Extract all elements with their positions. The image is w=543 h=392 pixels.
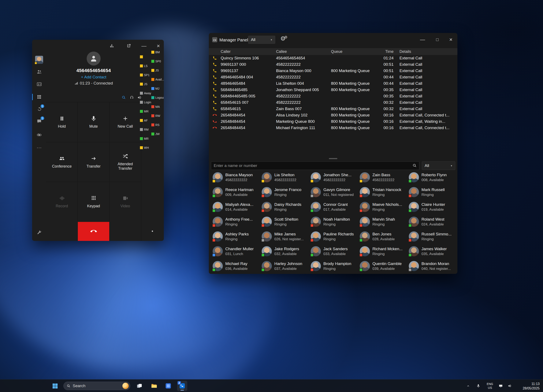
tray-mic-icon[interactable] — [475, 382, 482, 389]
call-row[interactable]: 568484465485 0054582222222200:35External… — [209, 93, 457, 99]
sidebar-item-chat[interactable]: 1 — [32, 116, 46, 126]
presence-item[interactable]: JS — [151, 68, 159, 72]
task-view-button[interactable] — [134, 381, 145, 391]
contact-card[interactable]: Chandler Muller031, Lunch — [210, 244, 260, 259]
contact-card[interactable]: Jake Rodgers032, Available — [260, 244, 309, 259]
contact-card[interactable]: Brandon Moran040, Not register... — [407, 259, 456, 274]
sidebar-item-contacts[interactable] — [32, 67, 46, 77]
presence-item[interactable]: SP1 — [140, 73, 149, 77]
presence-item[interactable]: Avail... — [151, 78, 164, 81]
sidebar-item-dialpad[interactable] — [32, 92, 46, 102]
presence-item[interactable] — [140, 55, 144, 59]
contact-card[interactable]: Bianca Mayson45822222222 — [210, 170, 260, 185]
call-row[interactable]: 99691137 0004582222222200:51External Cal… — [209, 61, 457, 68]
contact-card[interactable]: Michael Ray036, Available — [210, 259, 260, 274]
contact-card[interactable]: Mike James026, Not register... — [260, 229, 309, 244]
call-row[interactable]: 26548484454Alisa Lindsey 102800 Marketin… — [209, 112, 457, 118]
contact-card[interactable]: Quentin Gamble039, Available — [358, 259, 407, 274]
hidden-icons-chevron[interactable] — [464, 382, 472, 389]
call-row[interactable]: 48946465484Lia Shelton 004800 Marketing … — [209, 80, 457, 87]
contact-card[interactable]: Roberto Flynn008, Available — [407, 170, 456, 185]
settings-gears-icon[interactable]: ⚙⚙ — [280, 35, 288, 42]
user-avatar[interactable] — [35, 56, 43, 64]
contact-card[interactable]: Roland West024, Available — [407, 214, 456, 229]
contact-card[interactable]: Anthony Free...Ringing — [210, 214, 260, 229]
contact-card[interactable]: Daisy RichardsRinging — [260, 200, 309, 214]
presence-item[interactable]: BM — [151, 50, 160, 54]
contact-card[interactable]: Harley Johnson037, Available — [260, 259, 309, 274]
presence-item[interactable]: RM — [140, 128, 149, 131]
close-icon[interactable]: × — [155, 42, 162, 50]
taskbar-search[interactable]: Search — [63, 382, 130, 390]
call-row[interactable]: Quincy Simmons 106456465465465401:24Exte… — [209, 55, 457, 61]
presence-item[interactable]: JS — [140, 82, 147, 86]
contact-card[interactable]: Russell Simmo...Ringing — [407, 229, 456, 244]
hangup-button[interactable] — [78, 222, 109, 241]
presence-item[interactable]: LS — [140, 64, 147, 68]
contact-card[interactable]: Lia Shelton45822222222 — [260, 170, 309, 185]
add-contact-link[interactable]: + Add Contact — [46, 75, 141, 79]
presence-item[interactable]: Login — [140, 100, 151, 104]
contact-card[interactable]: Ben Jones028, Available — [358, 229, 407, 244]
contact-card[interactable]: Noah HamiltonRinging — [309, 214, 358, 229]
contact-card[interactable]: Claire Hunter019, Available — [407, 200, 456, 214]
call-row[interactable]: 99691137Bianca Mayson 000800 Marketing Q… — [209, 68, 457, 74]
file-explorer-button[interactable] — [149, 381, 159, 391]
contact-card[interactable]: Jerome FrancoRinging — [260, 185, 309, 200]
more-options-icon[interactable]: ··· — [32, 143, 46, 152]
mute-button[interactable]: Mute — [78, 102, 109, 142]
contact-card[interactable]: Reece Hartman009, Available — [210, 185, 260, 200]
presence-item[interactable]: WH — [140, 146, 149, 150]
presence-item[interactable]: Logout — [151, 96, 164, 100]
presence-item[interactable]: MR — [140, 137, 149, 140]
contact-card[interactable]: Marvin ShahRinging — [358, 214, 407, 229]
call-row[interactable]: 658454615Zain Bass 007800 Marketing Queu… — [209, 106, 457, 112]
call-row[interactable]: 26548484454Michael Farington 111800 Mark… — [209, 125, 457, 131]
presence-item[interactable]: AF — [140, 118, 148, 122]
close-icon[interactable]: × — [447, 35, 455, 44]
contact-card[interactable]: Brody HamptonRinging — [309, 259, 358, 274]
presence-item[interactable]: JW — [151, 132, 160, 136]
presence-item[interactable]: MJ — [151, 87, 159, 90]
contact-card[interactable]: Scott SheltonRinging — [260, 214, 309, 229]
contact-card[interactable]: James Walker035, Available — [407, 244, 456, 259]
call-row[interactable]: 658454615 0074582222222200:32External Ca… — [209, 99, 457, 106]
taskbar-clock[interactable]: 11:13 28/05/2025 — [523, 382, 540, 391]
call-row[interactable]: 26548484454Marketing Queue 800800 Market… — [209, 118, 457, 125]
presence-item[interactable]: RS — [151, 123, 159, 127]
start-button[interactable] — [50, 381, 60, 391]
panel-splitter-handle[interactable] — [329, 158, 337, 159]
transfer-button[interactable]: Transfer — [78, 142, 109, 182]
minimize-icon[interactable]: — — [419, 35, 427, 44]
minimize-icon[interactable]: — — [140, 42, 147, 50]
tray-volume-icon[interactable] — [506, 382, 513, 389]
taskbar-app-blue[interactable] — [163, 381, 173, 391]
presence-item[interactable]: SP0 — [151, 59, 161, 63]
contact-card[interactable]: Jonathon She...45822222222 — [309, 170, 358, 185]
contact-card[interactable]: Connor Grant017, Available — [309, 200, 358, 214]
settings-wrench-icon[interactable] — [32, 227, 46, 237]
calls-filter-dropdown[interactable]: All ▼ — [248, 36, 275, 44]
call-row[interactable]: 568484465485Jonathon Sheppard 005800 Mar… — [209, 87, 457, 93]
sidebar-item-history[interactable]: 1 — [32, 104, 46, 114]
attended-transfer-button[interactable]: Attended Transfer — [109, 142, 141, 182]
presence-item[interactable]: MA — [151, 105, 160, 109]
presence-item[interactable]: RW — [151, 114, 160, 118]
sidebar-item-contact-card[interactable] — [32, 79, 46, 89]
contact-card[interactable]: Maeve Nichols...Ringing — [358, 200, 407, 214]
conference-button[interactable]: Conference — [46, 142, 78, 182]
language-switcher[interactable]: ENG US — [484, 382, 495, 390]
contact-card[interactable]: Tristan HancockRinging — [358, 185, 407, 200]
contact-card[interactable]: Gavyn Gilmore011, Not registered — [309, 185, 358, 200]
hold-button[interactable]: Hold — [46, 102, 78, 142]
keypad-button[interactable]: Keypad — [78, 182, 109, 222]
crm-search-icon[interactable] — [120, 94, 127, 101]
contact-card[interactable]: Ashley ParksRinging — [210, 229, 260, 244]
contact-filter-dropdown[interactable]: All ▼ — [422, 162, 455, 170]
sidebar-item-voicemail[interactable] — [32, 130, 46, 140]
taskbar-app-3cx[interactable]: 2 — [177, 381, 187, 391]
presence-item[interactable]: Away — [140, 91, 151, 95]
contact-card[interactable]: Maliyah Alexa...014, Available — [210, 200, 260, 214]
new-call-button[interactable]: New Call — [109, 102, 141, 142]
contact-card[interactable]: Jack Sanders033, Available — [309, 244, 358, 259]
